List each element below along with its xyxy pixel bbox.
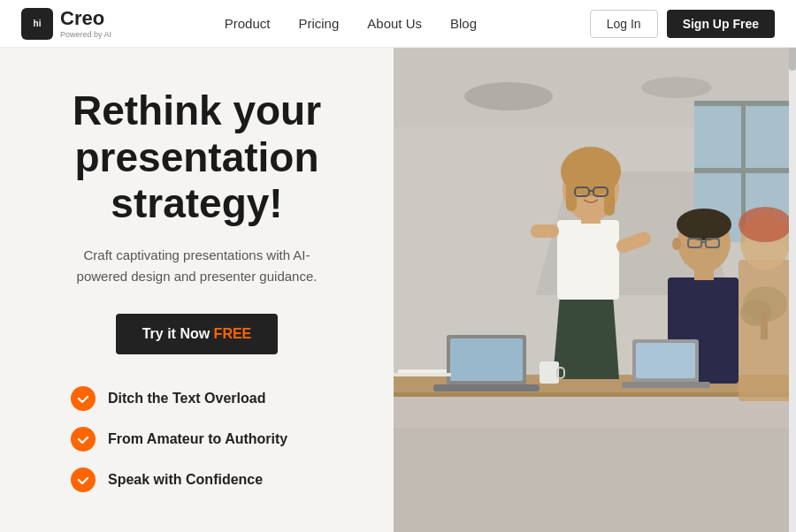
- login-button[interactable]: Log In: [590, 10, 658, 38]
- svg-rect-46: [636, 343, 695, 378]
- svg-rect-20: [557, 220, 619, 300]
- svg-rect-21: [531, 224, 559, 238]
- feature-label-3: Speak with Confidence: [108, 472, 263, 488]
- svg-point-38: [672, 238, 681, 250]
- svg-point-41: [739, 207, 792, 242]
- svg-rect-44: [433, 384, 540, 391]
- logo-link[interactable]: hi Creo Powered by AI: [21, 8, 111, 40]
- svg-rect-48: [540, 361, 559, 384]
- hero-left: Rethink your presentation strategy! Craf…: [0, 48, 394, 532]
- logo-text-block: Creo Powered by AI: [60, 9, 111, 39]
- scrollbar[interactable]: [789, 0, 796, 532]
- svg-point-34: [677, 209, 731, 240]
- site-header: hi Creo Powered by AI Product Pricing Ab…: [0, 0, 796, 48]
- svg-marker-19: [553, 295, 619, 379]
- nav-pricing[interactable]: Pricing: [298, 16, 339, 31]
- list-item: Ditch the Text Overload: [71, 386, 341, 411]
- office-scene-svg: [394, 48, 796, 532]
- feature-label-2: From Amateur to Authority: [108, 431, 287, 447]
- svg-rect-47: [622, 382, 710, 388]
- feature-list: Ditch the Text Overload From Amateur to …: [53, 386, 341, 492]
- svg-rect-27: [604, 167, 615, 216]
- signup-button[interactable]: Sign Up Free: [667, 10, 775, 38]
- svg-rect-37: [700, 241, 706, 243]
- svg-rect-51: [398, 369, 447, 373]
- list-item: Speak with Confidence: [71, 467, 341, 492]
- main-nav: Product Pricing About Us Blog: [225, 16, 477, 31]
- hero-title: Rethink your presentation strategy!: [53, 87, 341, 228]
- nav-about-us[interactable]: About Us: [367, 16, 422, 31]
- cta-highlight: FREE: [214, 326, 252, 341]
- list-item: From Amateur to Authority: [71, 427, 341, 452]
- logo-icon: hi: [21, 8, 53, 40]
- svg-rect-43: [450, 338, 523, 381]
- svg-rect-50: [394, 373, 451, 376]
- check-icon-1: [71, 386, 96, 411]
- nav-blog[interactable]: Blog: [450, 16, 477, 31]
- svg-rect-16: [394, 428, 796, 532]
- svg-rect-39: [739, 260, 796, 401]
- svg-point-1: [464, 82, 553, 110]
- hero-section: Rethink your presentation strategy! Craf…: [0, 48, 796, 532]
- hero-image: [394, 48, 796, 532]
- cta-prefix: Try it Now: [142, 326, 214, 341]
- check-icon-2: [71, 427, 96, 452]
- office-background: [394, 48, 796, 532]
- svg-point-2: [641, 77, 712, 98]
- svg-rect-30: [588, 190, 593, 192]
- nav-product[interactable]: Product: [225, 16, 271, 31]
- header-actions: Log In Sign Up Free: [590, 10, 775, 38]
- hero-subtitle: Craft captivating presentations with AI-…: [65, 245, 330, 287]
- feature-label-1: Ditch the Text Overload: [108, 391, 265, 407]
- try-now-button[interactable]: Try it Now FREE: [116, 314, 279, 354]
- check-icon-3: [71, 467, 96, 492]
